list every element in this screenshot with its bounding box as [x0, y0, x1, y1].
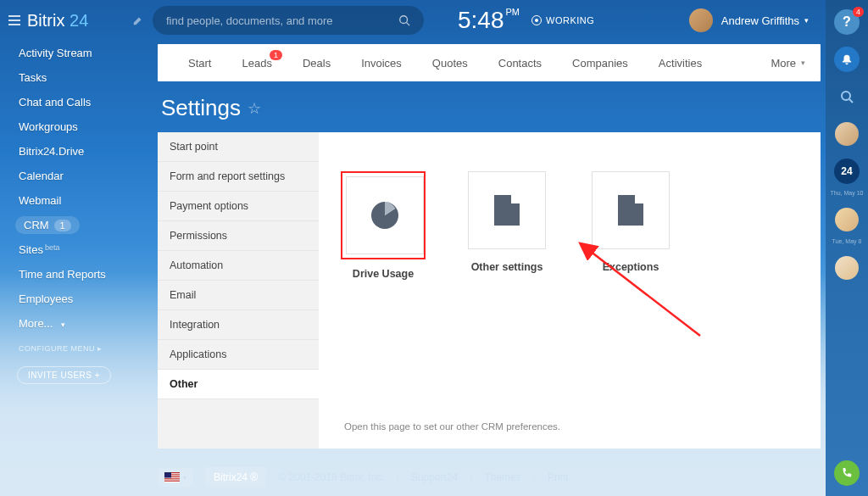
print-link[interactable]: Print — [548, 471, 569, 483]
sidebar-item-time[interactable]: Time and Reports — [0, 262, 153, 287]
flag-icon — [164, 472, 180, 482]
crm-badge: 1 — [54, 220, 71, 231]
user-menu[interactable]: Andrew Griffiths▾ — [689, 8, 809, 32]
sidebar-item-more[interactable]: More... ▾ — [0, 311, 153, 336]
rail-date: Thu, May 10 — [831, 190, 864, 196]
crm-tabs: Start Leads1 Deals Invoices Quotes Conta… — [158, 44, 821, 81]
search-input[interactable]: find people, documents, and more — [153, 6, 424, 35]
svg-rect-12 — [164, 472, 171, 478]
settings-item-payment[interactable]: Payment options — [158, 192, 319, 221]
rail-date: Tue, May 8 — [832, 238, 862, 244]
svg-rect-10 — [164, 479, 180, 480]
search-icon — [398, 14, 410, 26]
settings-item-form[interactable]: Form and report settings — [158, 162, 319, 192]
record-icon — [531, 15, 542, 25]
notifications-button[interactable] — [833, 46, 860, 73]
rail-search-button[interactable] — [833, 83, 860, 110]
svg-line-5 — [849, 99, 853, 103]
settings-item-other[interactable]: Other — [158, 370, 319, 399]
rail-avatar-3[interactable] — [833, 254, 860, 281]
tab-deals[interactable]: Deals — [287, 57, 346, 70]
clock[interactable]: 5:48PM — [458, 7, 520, 34]
help-badge: 4 — [853, 7, 864, 17]
sidebar-item-chat[interactable]: Chat and Calls — [0, 90, 153, 114]
pie-chart-icon — [370, 200, 400, 231]
menu-icon[interactable] — [8, 15, 20, 25]
sidebar-item-calendar[interactable]: Calendar — [0, 164, 153, 188]
pencil-icon[interactable] — [132, 14, 144, 26]
tab-quotes[interactable]: Quotes — [417, 57, 483, 70]
tab-start[interactable]: Start — [173, 57, 226, 70]
brand-button[interactable]: Bitrix24 ® — [205, 467, 266, 488]
settings-item-applications[interactable]: Applications — [158, 340, 319, 370]
svg-point-4 — [842, 92, 850, 100]
hint-text: Open this page to set our other CRM pref… — [344, 421, 560, 432]
avatar — [689, 8, 713, 32]
sidebar-item-tasks[interactable]: Tasks — [0, 65, 153, 90]
settings-item-integration[interactable]: Integration — [158, 310, 319, 340]
settings-sidebar: Start point Form and report settings Pay… — [158, 132, 319, 449]
themes-link[interactable]: Themes — [484, 471, 520, 483]
card-other-settings[interactable]: Other settings — [459, 171, 554, 280]
configure-menu[interactable]: CONFIGURE MENU ▸ — [0, 336, 153, 361]
svg-point-0 — [400, 16, 408, 24]
sidebar-item-workgroups[interactable]: Workgroups — [0, 114, 153, 139]
search-icon — [840, 90, 854, 103]
settings-item-permissions[interactable]: Permissions — [158, 221, 319, 251]
leads-badge: 1 — [270, 50, 282, 60]
sidebar-item-activity[interactable]: Activity Stream — [0, 41, 153, 65]
tab-activities[interactable]: Activities — [643, 57, 717, 70]
settings-item-start[interactable]: Start point — [158, 132, 319, 162]
rail-b24[interactable]: 24 — [833, 158, 860, 185]
tab-more[interactable]: More ▾ — [771, 57, 805, 70]
sidebar-item-sites[interactable]: Sitesbeta — [0, 237, 153, 262]
help-button[interactable]: ? 4 — [833, 8, 860, 36]
sidebar-item-webmail[interactable]: Webmail — [0, 188, 153, 213]
tab-leads[interactable]: Leads1 — [226, 57, 287, 70]
sidebar-item-employees[interactable]: Employees — [0, 287, 153, 311]
working-status[interactable]: WORKING — [531, 15, 594, 25]
logo[interactable]: Bitrix 24 — [27, 11, 88, 31]
star-icon[interactable]: ☆ — [248, 99, 261, 118]
sidebar-item-drive[interactable]: Bitrix24.Drive — [0, 139, 153, 164]
phone-button[interactable] — [834, 460, 860, 486]
bell-icon — [841, 53, 853, 65]
language-button[interactable]: ▾ — [158, 468, 193, 487]
search-placeholder: find people, documents, and more — [166, 14, 333, 27]
tab-contacts[interactable]: Contacts — [483, 57, 557, 70]
page-icon — [494, 195, 520, 226]
rail-avatar-2[interactable] — [833, 206, 860, 233]
card-exceptions[interactable]: Exceptions — [583, 171, 678, 280]
svg-rect-11 — [164, 482, 180, 482]
page-title: Settings ☆ — [161, 95, 261, 121]
settings-item-email[interactable]: Email — [158, 281, 319, 310]
support-link[interactable]: Support24 — [411, 471, 458, 483]
settings-item-automation[interactable]: Automation — [158, 251, 319, 281]
footer: ▾ Bitrix24 ® © 2001-2018 Bitrix, Inc. | … — [158, 467, 569, 488]
rail-avatar-1[interactable] — [833, 120, 860, 148]
invite-users-button[interactable]: INVITE USERS + — [17, 366, 111, 384]
tab-companies[interactable]: Companies — [557, 57, 643, 70]
card-drive-usage[interactable]: Drive Usage — [336, 171, 431, 280]
right-rail: ? 4 24 Thu, May 10 Tue, May 8 — [826, 0, 868, 496]
sidebar-item-crm[interactable]: CRM1 — [15, 216, 80, 234]
copyright: © 2001-2018 Bitrix, Inc. — [278, 471, 385, 483]
svg-line-1 — [407, 23, 410, 26]
page-icon — [618, 195, 643, 226]
phone-icon — [841, 467, 853, 479]
tab-invoices[interactable]: Invoices — [346, 57, 417, 70]
